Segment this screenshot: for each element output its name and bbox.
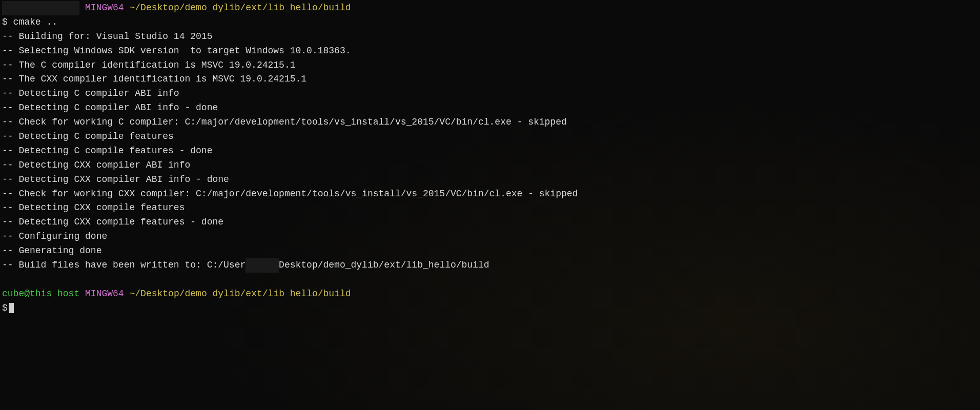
output-line: -- Detecting CXX compiler ABI info <box>2 158 978 173</box>
output-line: -- Detecting CXX compile features <box>2 201 978 215</box>
output-line: -- Check for working C compiler: C:/majo… <box>2 115 978 130</box>
username-redacted <box>246 258 279 273</box>
prompt-line-1: MINGW64 ~/Desktop/demo_dylib/ext/lib_hel… <box>2 1 978 15</box>
env-label: MINGW64 <box>85 3 124 13</box>
output-line: -- The CXX compiler identification is MS… <box>2 72 978 87</box>
terminal-output[interactable]: MINGW64 ~/Desktop/demo_dylib/ext/lib_hel… <box>2 1 978 316</box>
user-host-redacted <box>2 1 79 15</box>
command-line: $ cmake .. <box>2 15 978 30</box>
output-line: -- Detecting C compiler ABI info <box>2 87 978 101</box>
output-line: -- Detecting C compile features <box>2 130 978 144</box>
cwd-path: ~/Desktop/demo_dylib/ext/lib_hello/build <box>129 3 351 13</box>
output-line: -- Detecting CXX compile features - done <box>2 215 978 230</box>
output-line: -- Detecting C compile features - done <box>2 144 978 158</box>
cursor <box>9 303 14 313</box>
output-line: -- Detecting C compiler ABI info - done <box>2 101 978 115</box>
output-line: -- Selecting Windows SDK version to targ… <box>2 44 978 58</box>
output-line: -- Configuring done <box>2 230 978 244</box>
output-line-build-path: -- Build files have been written to: C:/… <box>2 258 978 273</box>
cwd-path: ~/Desktop/demo_dylib/ext/lib_hello/build <box>129 289 351 299</box>
user-host: cube@this_host <box>2 289 79 299</box>
blank-line <box>2 273 978 287</box>
output-line: -- Generating done <box>2 244 978 258</box>
prompt-input-line[interactable]: $ <box>2 301 978 316</box>
output-line: -- The C compiler identification is MSVC… <box>2 58 978 73</box>
output-line: -- Check for working CXX compiler: C:/ma… <box>2 187 978 201</box>
output-line: -- Detecting CXX compiler ABI info - don… <box>2 173 978 187</box>
prompt-line-2: cube@this_host MINGW64 ~/Desktop/demo_dy… <box>2 287 978 301</box>
env-label: MINGW64 <box>85 289 124 299</box>
output-line: -- Building for: Visual Studio 14 2015 <box>2 30 978 44</box>
